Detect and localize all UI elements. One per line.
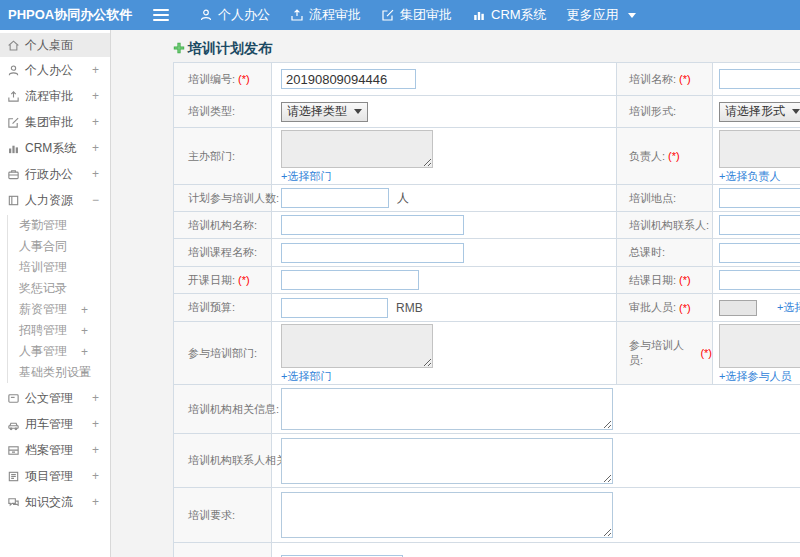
org-name-input[interactable] — [281, 215, 464, 235]
nav-more-apps[interactable]: 更多应用 — [567, 6, 636, 24]
field-label: 培训名称: — [629, 72, 676, 87]
edit-square-icon — [381, 8, 395, 22]
expand-icon[interactable]: + — [81, 345, 88, 359]
sidebar-item-recruit[interactable]: 招聘管理 + — [8, 320, 110, 341]
sidebar-item-attendance[interactable]: 考勤管理 — [8, 215, 110, 236]
user-icon — [199, 8, 213, 22]
field-label: 培训类型: — [188, 104, 235, 119]
field-label: 培训地点: — [629, 191, 676, 206]
planned-count-input[interactable] — [281, 188, 389, 208]
requirements-textarea[interactable] — [281, 492, 613, 538]
book-icon — [7, 194, 20, 207]
select-approver-link[interactable]: +选择审批人员 — [777, 300, 800, 315]
field-label: 培训形式: — [629, 104, 676, 119]
join-dept-textarea[interactable] — [281, 324, 433, 368]
start-date-input[interactable] — [281, 270, 419, 290]
training-type-select[interactable]: 请选择类型 — [281, 102, 368, 122]
expand-icon[interactable]: + — [92, 167, 99, 181]
document-icon — [7, 392, 20, 405]
expand-icon[interactable]: + — [92, 417, 99, 431]
expand-icon[interactable]: + — [92, 63, 99, 77]
sidebar-item-hr-contract[interactable]: 人事合同 — [8, 236, 110, 257]
expand-icon[interactable]: + — [81, 366, 88, 380]
nav-flow-approval[interactable]: 流程审批 — [290, 6, 361, 24]
sidebar-item-crm[interactable]: CRM系统 + — [0, 135, 110, 161]
nav-label: 流程审批 — [309, 6, 361, 24]
course-name-input[interactable] — [281, 243, 464, 263]
training-mode-select[interactable]: 请选择形式 — [719, 102, 800, 122]
sidebar: 个人桌面 个人办公 + 流程审批 + 集团审批 + CRM系统 + 行政办公 +… — [0, 30, 111, 557]
form-row: 培训机构联系人相关信息: — [174, 434, 800, 488]
hamburger-menu-icon[interactable] — [153, 9, 169, 21]
leader-textarea[interactable] — [719, 130, 800, 168]
nav-label: 集团审批 — [400, 6, 452, 24]
training-name-input[interactable] — [719, 69, 800, 89]
location-input[interactable] — [719, 188, 800, 208]
expand-icon[interactable]: + — [92, 115, 99, 129]
end-date-input[interactable] — [719, 270, 800, 290]
sidebar-item-archives[interactable]: 档案管理 + — [0, 437, 110, 463]
expand-icon[interactable]: + — [92, 495, 99, 509]
select-dept-link[interactable]: +选择部门 — [281, 369, 433, 384]
sidebar-item-projects[interactable]: 项目管理 + — [0, 463, 110, 489]
expand-icon[interactable]: + — [92, 391, 99, 405]
required-mark: (*) — [679, 302, 691, 314]
nav-label: CRM系统 — [491, 6, 547, 24]
expand-icon[interactable]: + — [92, 141, 99, 155]
select-dept-link[interactable]: +选择部门 — [281, 169, 433, 184]
nav-group-approval[interactable]: 集团审批 — [381, 6, 452, 24]
select-leader-link[interactable]: +选择负责人 — [719, 169, 800, 184]
page-title: 培训计划发布 — [173, 40, 272, 58]
org-contact-input[interactable] — [719, 215, 800, 235]
sidebar-item-personal-desktop[interactable]: 个人桌面 — [0, 33, 110, 57]
expand-icon[interactable]: + — [81, 324, 88, 338]
host-dept-textarea[interactable] — [281, 130, 433, 168]
expand-icon[interactable]: + — [81, 303, 88, 317]
budget-input[interactable] — [281, 298, 388, 318]
sidebar-item-vehicle[interactable]: 用车管理 + — [0, 411, 110, 437]
field-label: 参与培训人员: — [629, 338, 697, 368]
field-label: 负责人: — [629, 149, 665, 164]
org-contact-info-textarea[interactable] — [281, 438, 613, 484]
field-label: 培训机构相关信息: — [188, 402, 279, 417]
approver-input[interactable] — [719, 300, 757, 316]
sidebar-item-rewards[interactable]: 奖惩记录 — [8, 278, 110, 299]
sidebar-item-salary[interactable]: 薪资管理 + — [8, 299, 110, 320]
sidebar-item-flow-approval[interactable]: 流程审批 + — [0, 83, 110, 109]
field-label: 参与培训部门: — [188, 346, 257, 361]
home-icon — [7, 39, 20, 52]
field-label: 培训要求: — [188, 508, 235, 523]
nav-personal-office[interactable]: 个人办公 — [199, 6, 270, 24]
field-label: 培训预算: — [188, 300, 235, 315]
org-info-textarea[interactable] — [281, 388, 613, 430]
join-staff-textarea[interactable] — [719, 324, 800, 368]
sidebar-item-group-approval[interactable]: 集团审批 + — [0, 109, 110, 135]
sidebar-item-documents[interactable]: 公文管理 + — [0, 385, 110, 411]
sidebar-item-base-category[interactable]: 基础类别设置 + — [8, 362, 110, 383]
collapse-icon[interactable]: − — [92, 193, 99, 207]
required-mark: (*) — [679, 73, 691, 85]
select-join-staff-link[interactable]: +选择参与人员 — [719, 369, 800, 384]
expand-icon[interactable]: + — [92, 469, 99, 483]
training-number-input[interactable] — [281, 69, 416, 89]
main-content: 培训计划发布 培训编号:(*) 培训名称:(*) 培训类型: 请选择类型 培训形… — [111, 30, 800, 557]
form-row: 计划参与培训人数:(*) 人 培训地点: — [174, 185, 800, 212]
expand-icon[interactable]: + — [92, 443, 99, 457]
sidebar-item-admin-office[interactable]: 行政办公 + — [0, 161, 110, 187]
page-title-text: 培训计划发布 — [188, 40, 272, 58]
top-nav: 个人办公 流程审批 集团审批 CRM系统 更多应用 — [199, 6, 656, 24]
top-bar: PHPOA协同办公软件 个人办公 流程审批 集团审批 CRM系统 更多应用 — [0, 0, 800, 30]
expand-icon[interactable]: + — [92, 89, 99, 103]
sidebar-item-hr[interactable]: 人力资源 − — [0, 187, 110, 213]
required-mark: (*) — [668, 150, 680, 162]
form-row: 培训课程名称: 总课时: — [174, 239, 800, 267]
field-label: 审批人员: — [629, 300, 676, 315]
total-hours-input[interactable] — [719, 243, 800, 263]
field-label: 培训课程名称: — [188, 245, 257, 260]
nav-crm[interactable]: CRM系统 — [472, 6, 547, 24]
sidebar-item-personal-office[interactable]: 个人办公 + — [0, 57, 110, 83]
sidebar-item-personnel[interactable]: 人事管理 + — [8, 341, 110, 362]
flow-approve-icon — [290, 8, 304, 22]
sidebar-item-training[interactable]: 培训管理 — [8, 257, 110, 278]
sidebar-item-knowledge[interactable]: 知识交流 + — [0, 489, 110, 515]
